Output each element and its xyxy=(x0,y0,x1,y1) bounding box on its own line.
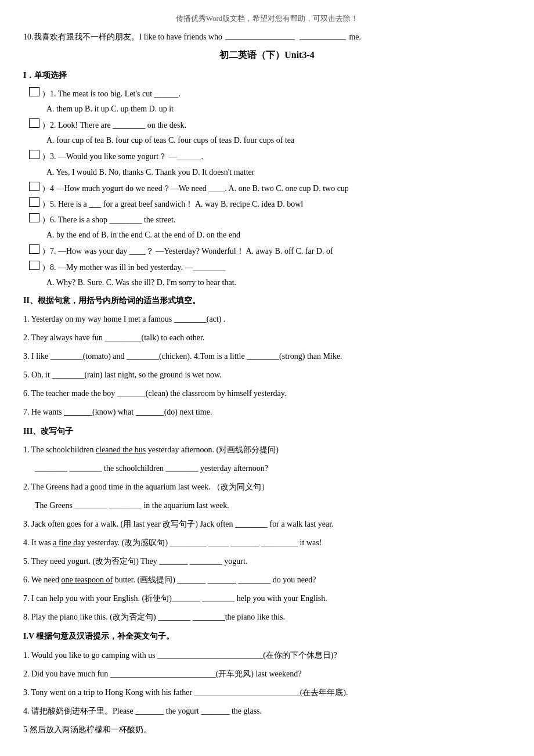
fill-q3: 3. I like ________(tomato) and ________(… xyxy=(23,348,511,365)
rewrite-q4: 4. It was a fine day yesterday. (改为感叹句) … xyxy=(23,535,511,551)
fill-q6: 7. He wants _______(know) what _______(d… xyxy=(23,404,511,420)
rewrite-q2: 2. The Greens had a good time in the aqu… xyxy=(23,479,511,514)
rewrite-q5: 5. They need yogurt. (改为否定句) They ______… xyxy=(23,553,511,570)
question-7: ）7. —How was your day ____？ —Yesterday? … xyxy=(23,244,511,258)
q3-options: A. Yes, I would B. No, thanks C. Thank y… xyxy=(29,165,511,179)
rewrite-q7: 7. I can help you with your English. (祈使… xyxy=(23,591,511,607)
fill-q2: 2. They always have fun _________(talk) … xyxy=(23,330,511,346)
q1-options: A. them up B. it up C. up them D. up it xyxy=(29,102,511,116)
question-4: ）4 —How much yogurt do we need？—We need … xyxy=(23,181,511,196)
rewrite-q6: 6. We need one teaspoon of butter. (画线提问… xyxy=(23,572,511,588)
cv-q5: 5 然后放入两汤匙柠檬和一杯酸奶。 xyxy=(23,722,511,738)
q6-options: A. by the end of B. in the end C. at the… xyxy=(29,228,511,242)
cv-q4: 4. 请把酸奶倒进杯子里。Please _______ the yogurt _… xyxy=(23,703,511,719)
question-3: ）3. —Would you like some yogurt？ —______… xyxy=(23,149,511,179)
cv-q2: 2. Did you have much fun _______________… xyxy=(23,666,511,682)
q8-options: A. Why? B. Sure. C. Was she ill? D. I'm … xyxy=(29,275,511,290)
cv-q1: 1. Would you like to go camping with us … xyxy=(23,647,511,664)
question-5: ）5. Here is a ___ for a great beef sandw… xyxy=(23,197,511,211)
fill-q5: 6. The teacher made the boy _______(clea… xyxy=(23,386,511,402)
cv-q3: 3. Tony went on a trip to Hong Kong with… xyxy=(23,685,511,701)
section2-title: II、根据句意，用括号内所给词的适当形式填空。 xyxy=(23,293,511,308)
fill-q4: 5. Oh, it ________(rain) last night, so … xyxy=(23,367,511,383)
rewrite-q3: 3. Jack often goes for a walk. (用 last y… xyxy=(23,516,511,532)
rewrite-q1: 1. The schoolchildren cleaned the bus ye… xyxy=(23,442,511,477)
question-2: ）2. Look! There are ________ on the desk… xyxy=(23,118,511,147)
page-title: 初二英语（下）Unit3-4 xyxy=(23,47,511,64)
question-10: 10.我喜欢有跟我不一样的朋友。I like to have friends w… xyxy=(23,30,511,44)
section1-title: I．单项选择 xyxy=(23,68,511,82)
rewrite-q8: 8. Play the piano like this. (改为否定句) ___… xyxy=(23,609,511,625)
question-8: ）8. —My mother was ill in bed yesterday.… xyxy=(23,260,511,290)
q2-options: A. four cup of tea B. four cup of teas C… xyxy=(29,133,511,147)
top-notice: 传播优秀Word版文档，希望对您有帮助，可双击去除！ xyxy=(23,12,511,25)
question-6: ）6. There is a shop ________ the street.… xyxy=(23,213,511,242)
fill-q1: 1. Yesterday on my way home I met a famo… xyxy=(23,311,511,327)
section3-title: III、改写句子 xyxy=(23,424,511,438)
section4-title: I.V 根据句意及汉语提示，补全英文句子。 xyxy=(23,629,511,643)
question-1: ）1. The meat is too big. Let's cut _____… xyxy=(23,87,511,116)
